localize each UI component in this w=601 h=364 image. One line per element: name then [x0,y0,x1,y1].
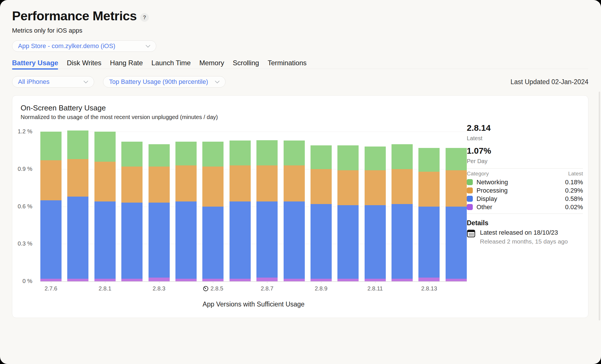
bar-2.8.2[interactable] [121,142,143,281]
latest-version-caption: Latest [467,135,482,142]
segment-other-2.8.2 [121,279,143,281]
segment-display-2.8.7 [256,201,278,278]
clock-icon [203,286,209,292]
bar-2.8.4[interactable] [175,142,197,281]
bar-2.8.7[interactable]: 2.8.7 [256,140,278,281]
segment-other-2.7.6 [40,279,62,281]
segment-display-2.7.6 [40,200,62,279]
bar-2.8.5[interactable]: 2.8.5 [202,142,224,281]
tab-launch-time[interactable]: Launch Time [151,58,191,69]
segment-processing-2.8.9 [311,169,332,204]
bar-2.8.9[interactable]: 2.8.9 [311,145,332,281]
latest-usage-caption: Per Day [467,158,487,165]
x-tick-label-2.8.9: 2.8.9 [315,285,327,292]
y-tick-label: 0.3 % [7,240,32,247]
segment-other-2.8.1 [94,279,116,281]
segment-display-2.8.6 [230,201,251,279]
segment-other-2.8.12 [392,279,413,281]
segment-processing-2.8.1 [94,162,116,202]
segment-networking-2.8.3 [149,144,170,167]
y-tick-label: 0.9 % [7,166,32,172]
bar-2.8.14[interactable] [446,148,467,281]
segment-networking-2.8.14 [446,148,467,171]
segment-display-2.8.12 [392,204,413,279]
segment-networking-2.7.6 [40,132,62,160]
segment-display-2.8.4 [175,201,197,279]
x-tick-label-text: 2.8.11 [367,285,383,292]
segment-display-2.8.9 [311,204,332,279]
bar-2.8.13[interactable]: 2.8.13 [418,148,440,281]
details-title: Details [467,219,488,227]
x-axis-line [40,281,467,282]
x-tick-mark [429,281,429,283]
tab-bar: Battery UsageDisk WritesHang RateLaunch … [12,58,588,69]
legend: Networking0.18%Processing0.29%Display0.5… [467,178,583,211]
segment-networking-2.8.11 [365,147,386,170]
segment-display-2.8.0 [67,197,88,279]
segment-other-2.8.0 [67,279,88,281]
device-filter-dropdown[interactable]: All iPhones [12,76,94,88]
tab-hang-rate[interactable]: Hang Rate [110,58,143,69]
app-selector-value: App Store - com.zylker.demo (iOS) [18,42,115,50]
legend-swatch-processing [467,187,473,193]
bar-2.8.3[interactable]: 2.8.3 [149,144,170,281]
bars-container: 2.7.62.8.12.8.32.8.52.8.72.8.92.8.112.8.… [40,132,467,281]
tab-memory[interactable]: Memory [199,58,224,69]
segment-other-2.8.3 [149,278,170,281]
x-tick-label-2.8.1: 2.8.1 [99,285,111,292]
tab-scrolling[interactable]: Scrolling [233,58,259,69]
device-filter-value: All iPhones [18,78,50,86]
bar-2.8.6[interactable] [230,141,251,281]
segment-display-2.8.14 [446,207,467,279]
segment-networking-2.8.1 [94,132,116,162]
segment-other-2.8.10 [337,279,359,281]
legend-row-other: Other0.02% [467,203,583,211]
x-tick-label-2.8.13: 2.8.13 [421,285,437,292]
x-tick-mark [375,281,375,283]
legend-row-display: Display0.58% [467,195,583,203]
segment-processing-2.8.10 [337,170,359,205]
bar-2.8.1[interactable]: 2.8.1 [94,132,116,281]
page-subtitle: Metrics only for iOS apps [12,27,82,34]
x-tick-label-2.7.6: 2.7.6 [45,285,57,292]
segment-networking-2.8.4 [175,142,197,165]
release-age-text: Released 2 months, 15 days ago [480,238,568,245]
segment-other-2.8.13 [418,278,440,281]
x-tick-label-text: 2.8.1 [99,285,111,292]
legend-swatch-networking [467,179,473,185]
tab-terminations[interactable]: Terminations [268,58,307,69]
bar-2.8.11[interactable]: 2.8.11 [365,147,386,281]
legend-swatch-display [467,196,473,202]
segment-processing-2.7.6 [40,160,62,200]
segment-networking-2.8.13 [418,148,440,172]
x-tick-label-text: 2.8.7 [261,285,273,292]
tab-battery-usage[interactable]: Battery Usage [12,58,58,69]
x-tick-label-text: 2.7.6 [45,285,57,292]
chevron-down-icon [84,81,88,83]
app-selector-dropdown[interactable]: App Store - com.zylker.demo (iOS) [12,40,156,52]
divider [467,213,583,214]
help-icon[interactable]: ? [140,13,149,22]
segment-networking-2.8.6 [230,141,251,165]
segment-processing-2.8.11 [365,170,386,205]
x-tick-label-text: 2.8.13 [421,285,437,292]
bar-2.8.0[interactable] [67,130,88,281]
tab-disk-writes[interactable]: Disk Writes [67,58,101,69]
bar-2.8.12[interactable] [392,144,413,281]
y-tick-label: 0.6 % [7,203,32,210]
legend-name: Other [477,203,565,211]
segment-other-2.8.6 [230,279,251,281]
metric-filter-dropdown[interactable]: Top Battery Usage (90th percentile) [103,76,226,88]
tabs: Battery UsageDisk WritesHang RateLaunch … [12,58,588,69]
bar-2.8.10[interactable] [337,145,359,281]
y-tick-label: 0 % [7,278,32,284]
vertical-scrollbar[interactable] [599,92,600,321]
page-title: Performance Metrics [12,9,137,23]
latest-usage-value: 1.07% [467,146,491,156]
calendar-icon [467,229,475,238]
legend-value: 0.02% [565,203,583,211]
bar-2.7.6[interactable]: 2.7.6 [40,132,62,281]
x-tick-label-2.8.3: 2.8.3 [153,285,165,292]
bar-2.8.8[interactable] [284,141,305,281]
segment-display-2.8.5 [202,207,224,279]
